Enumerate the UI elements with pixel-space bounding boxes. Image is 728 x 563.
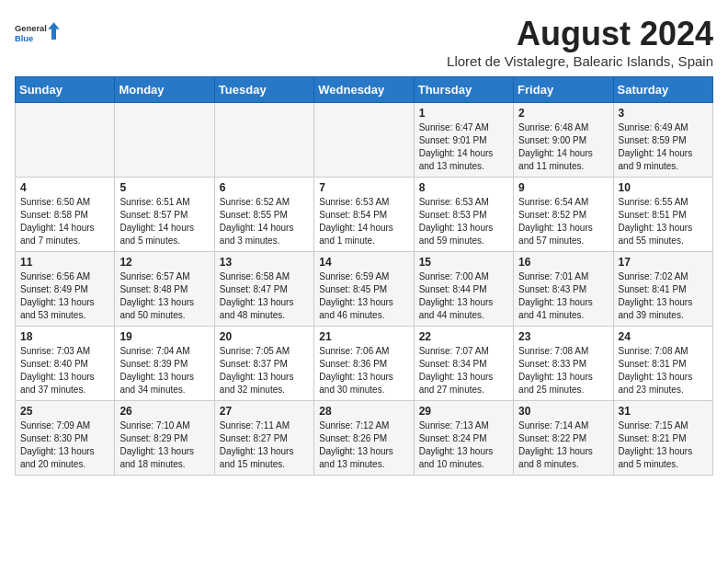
day-info: Sunrise: 7:04 AMSunset: 8:39 PMDaylight:… xyxy=(119,345,209,396)
cell-0-2 xyxy=(214,103,313,178)
day-number: 20 xyxy=(220,330,309,343)
day-number: 21 xyxy=(319,330,408,343)
day-info: Sunrise: 7:08 AMSunset: 8:31 PMDaylight:… xyxy=(619,345,708,396)
week-row-2: 4Sunrise: 6:50 AMSunset: 8:58 PMDaylight… xyxy=(16,178,713,252)
day-info: Sunrise: 6:50 AMSunset: 8:58 PMDaylight:… xyxy=(20,196,109,247)
day-number: 12 xyxy=(119,256,209,269)
cell-2-3: 14Sunrise: 6:59 AMSunset: 8:45 PMDayligh… xyxy=(314,252,414,327)
day-number: 11 xyxy=(20,256,109,269)
day-number: 10 xyxy=(619,181,708,194)
day-number: 31 xyxy=(619,405,708,418)
cell-3-2: 20Sunrise: 7:05 AMSunset: 8:37 PMDayligh… xyxy=(214,327,313,401)
cell-0-6: 3Sunrise: 6:49 AMSunset: 8:59 PMDaylight… xyxy=(613,103,712,178)
day-number: 26 xyxy=(119,405,209,418)
day-info: Sunrise: 7:15 AMSunset: 8:21 PMDaylight:… xyxy=(619,419,708,471)
day-number: 17 xyxy=(619,256,708,269)
calendar-header-row: SundayMondayTuesdayWednesdayThursdayFrid… xyxy=(16,77,713,103)
day-info: Sunrise: 6:59 AMSunset: 8:45 PMDaylight:… xyxy=(319,270,408,322)
day-number: 2 xyxy=(518,107,608,120)
day-info: Sunrise: 6:51 AMSunset: 8:57 PMDaylight:… xyxy=(119,196,209,247)
day-info: Sunrise: 6:53 AMSunset: 8:54 PMDaylight:… xyxy=(319,196,408,247)
cell-0-0 xyxy=(16,103,115,178)
day-number: 28 xyxy=(319,405,408,418)
day-number: 29 xyxy=(419,405,508,418)
day-number: 8 xyxy=(419,181,508,194)
cell-3-6: 24Sunrise: 7:08 AMSunset: 8:31 PMDayligh… xyxy=(613,327,712,401)
day-number: 18 xyxy=(20,330,109,343)
day-info: Sunrise: 6:58 AMSunset: 8:47 PMDaylight:… xyxy=(220,270,309,322)
header-wednesday: Wednesday xyxy=(314,77,414,103)
day-info: Sunrise: 6:57 AMSunset: 8:48 PMDaylight:… xyxy=(119,270,209,322)
day-info: Sunrise: 7:05 AMSunset: 8:37 PMDaylight:… xyxy=(220,345,309,396)
day-number: 7 xyxy=(319,181,408,194)
cell-2-6: 17Sunrise: 7:02 AMSunset: 8:41 PMDayligh… xyxy=(613,252,712,327)
day-info: Sunrise: 6:47 AMSunset: 9:01 PMDaylight:… xyxy=(419,121,508,173)
cell-2-0: 11Sunrise: 6:56 AMSunset: 8:49 PMDayligh… xyxy=(16,252,115,327)
week-row-3: 11Sunrise: 6:56 AMSunset: 8:49 PMDayligh… xyxy=(16,252,713,327)
day-info: Sunrise: 6:56 AMSunset: 8:49 PMDaylight:… xyxy=(20,270,109,322)
cell-4-0: 25Sunrise: 7:09 AMSunset: 8:30 PMDayligh… xyxy=(16,401,115,476)
location-subtitle: Lloret de Vistalegre, Balearic Islands, … xyxy=(447,53,713,69)
cell-4-4: 29Sunrise: 7:13 AMSunset: 8:24 PMDayligh… xyxy=(414,401,513,476)
day-info: Sunrise: 6:53 AMSunset: 8:53 PMDaylight:… xyxy=(419,196,508,247)
day-info: Sunrise: 7:10 AMSunset: 8:29 PMDaylight:… xyxy=(119,419,209,471)
page-header: General Blue August 2024 Lloret de Vista… xyxy=(15,15,713,69)
day-info: Sunrise: 7:14 AMSunset: 8:22 PMDaylight:… xyxy=(518,419,608,471)
day-info: Sunrise: 7:11 AMSunset: 8:27 PMDaylight:… xyxy=(220,419,309,471)
svg-text:Blue: Blue xyxy=(15,34,33,43)
day-info: Sunrise: 7:09 AMSunset: 8:30 PMDaylight:… xyxy=(20,419,109,471)
cell-2-5: 16Sunrise: 7:01 AMSunset: 8:43 PMDayligh… xyxy=(514,252,613,327)
header-sunday: Sunday xyxy=(16,77,115,103)
day-number: 15 xyxy=(419,256,508,269)
cell-1-3: 7Sunrise: 6:53 AMSunset: 8:54 PMDaylight… xyxy=(314,178,414,252)
cell-1-2: 6Sunrise: 6:52 AMSunset: 8:55 PMDaylight… xyxy=(214,178,313,252)
cell-4-2: 27Sunrise: 7:11 AMSunset: 8:27 PMDayligh… xyxy=(214,401,313,476)
cell-3-1: 19Sunrise: 7:04 AMSunset: 8:39 PMDayligh… xyxy=(115,327,214,401)
day-info: Sunrise: 6:52 AMSunset: 8:55 PMDaylight:… xyxy=(220,196,309,247)
calendar-table: SundayMondayTuesdayWednesdayThursdayFrid… xyxy=(15,76,713,476)
day-info: Sunrise: 7:02 AMSunset: 8:41 PMDaylight:… xyxy=(619,270,708,322)
header-tuesday: Tuesday xyxy=(214,77,313,103)
day-info: Sunrise: 7:07 AMSunset: 8:34 PMDaylight:… xyxy=(419,345,508,396)
day-number: 3 xyxy=(619,107,708,120)
day-info: Sunrise: 6:49 AMSunset: 8:59 PMDaylight:… xyxy=(619,121,708,173)
cell-3-5: 23Sunrise: 7:08 AMSunset: 8:33 PMDayligh… xyxy=(514,327,613,401)
day-info: Sunrise: 6:48 AMSunset: 9:00 PMDaylight:… xyxy=(518,121,608,173)
day-info: Sunrise: 7:06 AMSunset: 8:36 PMDaylight:… xyxy=(319,345,408,396)
logo-svg: General Blue xyxy=(15,15,61,52)
cell-2-4: 15Sunrise: 7:00 AMSunset: 8:44 PMDayligh… xyxy=(414,252,513,327)
week-row-5: 25Sunrise: 7:09 AMSunset: 8:30 PMDayligh… xyxy=(16,401,713,476)
day-number: 1 xyxy=(419,107,508,120)
cell-1-5: 9Sunrise: 6:54 AMSunset: 8:52 PMDaylight… xyxy=(514,178,613,252)
cell-0-3 xyxy=(314,103,414,178)
day-number: 4 xyxy=(20,181,109,194)
day-number: 27 xyxy=(220,405,309,418)
day-number: 5 xyxy=(119,181,209,194)
cell-0-1 xyxy=(115,103,214,178)
cell-3-4: 22Sunrise: 7:07 AMSunset: 8:34 PMDayligh… xyxy=(414,327,513,401)
cell-4-3: 28Sunrise: 7:12 AMSunset: 8:26 PMDayligh… xyxy=(314,401,414,476)
day-info: Sunrise: 7:13 AMSunset: 8:24 PMDaylight:… xyxy=(419,419,508,471)
month-year-title: August 2024 xyxy=(447,15,713,53)
logo: General Blue xyxy=(15,15,61,52)
svg-text:General: General xyxy=(15,24,47,33)
cell-1-0: 4Sunrise: 6:50 AMSunset: 8:58 PMDaylight… xyxy=(16,178,115,252)
cell-2-1: 12Sunrise: 6:57 AMSunset: 8:48 PMDayligh… xyxy=(115,252,214,327)
day-number: 6 xyxy=(220,181,309,194)
cell-4-1: 26Sunrise: 7:10 AMSunset: 8:29 PMDayligh… xyxy=(115,401,214,476)
cell-3-0: 18Sunrise: 7:03 AMSunset: 8:40 PMDayligh… xyxy=(16,327,115,401)
day-info: Sunrise: 6:55 AMSunset: 8:51 PMDaylight:… xyxy=(619,196,708,247)
day-number: 23 xyxy=(518,330,608,343)
cell-3-3: 21Sunrise: 7:06 AMSunset: 8:36 PMDayligh… xyxy=(314,327,414,401)
day-number: 30 xyxy=(518,405,608,418)
cell-1-1: 5Sunrise: 6:51 AMSunset: 8:57 PMDaylight… xyxy=(115,178,214,252)
cell-0-5: 2Sunrise: 6:48 AMSunset: 9:00 PMDaylight… xyxy=(514,103,613,178)
cell-4-5: 30Sunrise: 7:14 AMSunset: 8:22 PMDayligh… xyxy=(514,401,613,476)
day-number: 19 xyxy=(119,330,209,343)
cell-1-4: 8Sunrise: 6:53 AMSunset: 8:53 PMDaylight… xyxy=(414,178,513,252)
day-number: 9 xyxy=(518,181,608,194)
day-number: 24 xyxy=(619,330,708,343)
day-number: 25 xyxy=(20,405,109,418)
header-thursday: Thursday xyxy=(414,77,513,103)
week-row-4: 18Sunrise: 7:03 AMSunset: 8:40 PMDayligh… xyxy=(16,327,713,401)
